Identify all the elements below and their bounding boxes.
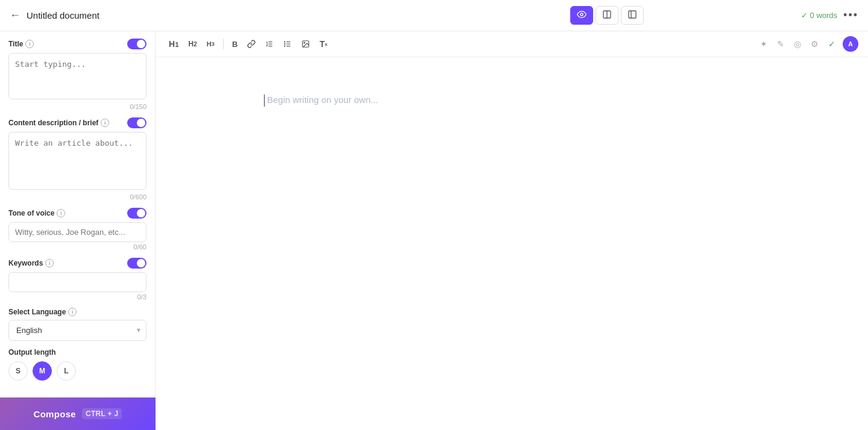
tone-section: Tone of voice i 0/60	[8, 208, 146, 257]
output-length-section: Output length S M L	[8, 348, 146, 381]
keywords-info-icon[interactable]: i	[45, 259, 54, 267]
language-field-header: Select Language i	[8, 308, 146, 316]
content-toggle[interactable]	[127, 117, 146, 128]
keywords-field-header: Keywords i	[8, 258, 146, 269]
left-panel: Title i 0/150 Content description / brie…	[0, 31, 156, 430]
checkmark-icon: ✓	[801, 11, 808, 20]
tone-char-count: 0/60	[8, 243, 146, 251]
header-right: ✓ 0 words •••	[801, 9, 858, 22]
clear-format-button[interactable]: Tx	[316, 37, 331, 51]
title-info-icon[interactable]: i	[25, 40, 34, 48]
toolbar-right-group: ✦ ✎ ◎ ⚙ ✓ A	[758, 36, 858, 52]
content-char-count: 0/600	[8, 193, 146, 201]
svg-point-11	[285, 42, 285, 42]
content-section: Content description / brief i 0/600	[8, 117, 146, 207]
text-cursor	[264, 95, 265, 107]
word-count-text: 0 words	[810, 11, 838, 20]
editor-area: H1 H2 H3 B Tx ✦ ✎ ◎ ⚙ ✓	[156, 31, 868, 430]
ordered-list-button[interactable]	[262, 37, 277, 51]
panel-icon	[627, 10, 637, 21]
language-select-wrapper: English Spanish French German Italian Po…	[8, 320, 146, 341]
language-section: Select Language i English Spanish French…	[8, 308, 146, 347]
size-buttons-group: S M L	[8, 361, 146, 381]
more-options-button[interactable]: •••	[843, 9, 858, 22]
size-medium-button[interactable]: M	[33, 361, 52, 381]
edit-icon-button[interactable]: ✎	[775, 37, 787, 51]
svg-point-12	[285, 43, 285, 44]
tone-input[interactable]	[8, 222, 146, 242]
user-avatar-button[interactable]: A	[843, 36, 858, 52]
split-view-button[interactable]	[596, 6, 618, 25]
eye-icon	[577, 10, 587, 21]
sparkle-icon-button[interactable]: ✦	[758, 37, 770, 51]
compose-button[interactable]: Compose CTRL + J	[0, 397, 156, 430]
compose-shortcut: CTRL + J	[82, 408, 122, 419]
heading2-button[interactable]: H2	[185, 37, 201, 51]
keywords-input[interactable]	[8, 272, 146, 292]
editor-placeholder: Begin writing on your own...	[267, 95, 378, 105]
title-field-header: Title i	[8, 39, 146, 49]
keywords-char-count: 0/3	[8, 293, 146, 301]
settings-icon-button[interactable]: ⚙	[808, 37, 821, 51]
keywords-toggle[interactable]	[127, 258, 146, 269]
keywords-label: Keywords i	[8, 259, 54, 267]
bold-button[interactable]: B	[228, 37, 241, 51]
header: ← Untitled document ✓ 0 word	[0, 0, 868, 31]
word-count-display: ✓ 0 words	[801, 11, 838, 20]
split-icon	[602, 10, 612, 21]
content-info-icon[interactable]: i	[101, 119, 109, 127]
tone-toggle[interactable]	[127, 208, 146, 219]
output-length-label: Output length	[8, 348, 146, 357]
tone-field-header: Tone of voice i	[8, 208, 146, 219]
preview-view-button[interactable]	[570, 6, 593, 25]
language-info-icon[interactable]: i	[68, 308, 77, 316]
content-input[interactable]	[8, 132, 146, 190]
back-button[interactable]: ←	[10, 9, 20, 22]
back-icon: ←	[10, 9, 20, 22]
size-small-button[interactable]: S	[8, 361, 28, 381]
unordered-list-button[interactable]	[280, 37, 295, 51]
svg-point-0	[580, 13, 583, 16]
cursor-line: Begin writing on your own...	[264, 93, 760, 107]
title-toggle[interactable]	[127, 39, 146, 49]
toolbar-separator-1	[223, 39, 224, 49]
link-button[interactable]	[244, 37, 259, 51]
title-section: Title i 0/150	[8, 39, 146, 116]
svg-point-15	[304, 42, 305, 43]
compose-label: Compose	[34, 409, 76, 419]
size-large-button[interactable]: L	[57, 361, 76, 381]
main-layout: Title i 0/150 Content description / brie…	[0, 31, 868, 430]
language-label: Select Language i	[8, 308, 77, 316]
panel-view-button[interactable]	[621, 6, 644, 25]
keywords-section: Keywords i 0/3	[8, 258, 146, 307]
heading1-button[interactable]: H1	[165, 37, 183, 51]
svg-rect-3	[629, 11, 636, 18]
content-field-header: Content description / brief i	[8, 117, 146, 128]
title-input[interactable]	[8, 53, 146, 99]
checkmark-icon-button[interactable]: ✓	[826, 37, 838, 51]
title-char-count: 0/150	[8, 103, 146, 110]
tone-label: Tone of voice i	[8, 209, 65, 217]
heading3-button[interactable]: H3	[203, 38, 218, 50]
editor-toolbar: H1 H2 H3 B Tx ✦ ✎ ◎ ⚙ ✓	[156, 31, 868, 57]
view-toggle-group	[414, 6, 800, 25]
editor-content[interactable]: Begin writing on your own...	[156, 57, 868, 430]
language-select[interactable]: English Spanish French German Italian Po…	[8, 320, 146, 341]
svg-point-13	[285, 46, 285, 46]
title-label: Title i	[8, 40, 34, 48]
image-button[interactable]	[298, 37, 313, 51]
content-label: Content description / brief i	[8, 119, 109, 127]
tone-info-icon[interactable]: i	[57, 209, 65, 217]
document-title: Untitled document	[27, 10, 414, 20]
palette-icon-button[interactable]: ◎	[791, 37, 804, 51]
